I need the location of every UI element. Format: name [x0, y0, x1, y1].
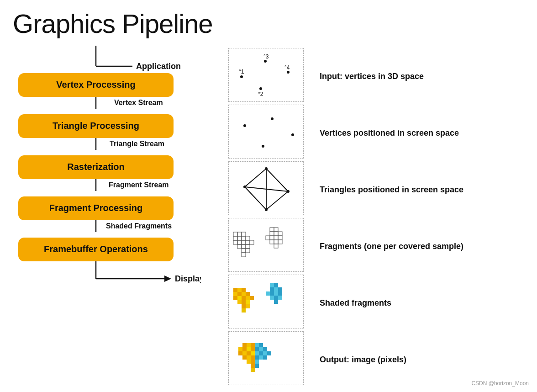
- svg-rect-79: [237, 292, 242, 296]
- svg-rect-102: [270, 296, 274, 300]
- svg-point-36: [262, 145, 264, 148]
- svg-point-41: [287, 190, 290, 193]
- svg-rect-137: [251, 368, 255, 372]
- diagram-box-1: °1 °3 °2 °4: [228, 48, 304, 102]
- svg-rect-92: [242, 308, 246, 313]
- svg-text:Triangle Processing: Triangle Processing: [53, 121, 139, 131]
- svg-rect-49: [242, 236, 246, 240]
- svg-text:°3: °3: [263, 53, 269, 60]
- svg-point-43: [243, 185, 246, 188]
- desc-2: Vertices positioned in screen space: [320, 105, 525, 161]
- svg-rect-122: [255, 351, 259, 355]
- svg-rect-83: [237, 296, 242, 300]
- svg-rect-118: [238, 351, 242, 355]
- svg-rect-93: [270, 283, 274, 287]
- svg-rect-108: [251, 343, 255, 347]
- svg-rect-107: [247, 343, 251, 347]
- desc-3: Triangles positioned in screen space: [320, 161, 525, 218]
- svg-rect-62: [270, 228, 274, 232]
- svg-point-42: [265, 208, 268, 211]
- svg-point-31: [287, 71, 290, 74]
- svg-rect-53: [242, 240, 246, 244]
- diagram-box-6: [228, 331, 304, 385]
- svg-rect-136: [255, 364, 259, 368]
- svg-rect-98: [266, 291, 270, 296]
- desc-1: Input: vertices in 3D space: [320, 48, 525, 105]
- svg-rect-115: [255, 347, 259, 351]
- svg-rect-50: [246, 236, 250, 240]
- svg-rect-47: [233, 236, 237, 240]
- svg-rect-123: [259, 351, 263, 355]
- svg-rect-76: [237, 288, 242, 292]
- svg-rect-68: [270, 236, 274, 240]
- svg-text:Shaded Fragments: Shaded Fragments: [106, 222, 172, 230]
- svg-rect-64: [270, 232, 274, 236]
- svg-rect-77: [242, 288, 246, 292]
- svg-text:°4: °4: [284, 64, 290, 71]
- svg-rect-104: [278, 296, 282, 300]
- svg-rect-52: [237, 240, 242, 244]
- svg-rect-74: [274, 244, 278, 248]
- svg-rect-67: [266, 236, 270, 240]
- descriptions-column: Input: vertices in 3D space Vertices pos…: [320, 48, 525, 388]
- svg-rect-63: [274, 228, 278, 232]
- desc-5: Shaded fragments: [320, 275, 525, 331]
- svg-rect-97: [278, 287, 282, 291]
- svg-rect-59: [242, 249, 246, 253]
- desc-6: Output: image (pixels): [320, 331, 525, 388]
- svg-rect-80: [242, 292, 246, 296]
- svg-rect-117: [263, 347, 267, 351]
- svg-rect-54: [246, 240, 250, 244]
- svg-rect-81: [246, 292, 250, 296]
- svg-point-35: [291, 133, 294, 136]
- svg-rect-105: [274, 300, 278, 304]
- page-title: Graphics Pipeline: [13, 8, 213, 39]
- svg-rect-125: [267, 351, 271, 355]
- svg-rect-71: [270, 240, 274, 244]
- svg-rect-126: [242, 355, 247, 360]
- svg-rect-121: [251, 351, 255, 355]
- svg-rect-114: [251, 347, 255, 351]
- svg-rect-100: [274, 291, 278, 296]
- svg-text:°2: °2: [258, 91, 263, 97]
- svg-rect-57: [242, 244, 246, 249]
- svg-rect-132: [247, 360, 251, 364]
- svg-text:Fragment Processing: Fragment Processing: [49, 203, 143, 213]
- svg-rect-44: [233, 232, 237, 236]
- svg-rect-46: [242, 232, 246, 236]
- diagram-box-3: [228, 161, 304, 215]
- diagrams-column: °1 °3 °2 °4: [228, 48, 311, 388]
- svg-text:Triangle Stream: Triangle Stream: [110, 140, 164, 148]
- svg-point-33: [243, 124, 246, 127]
- diagram-box-4: [228, 218, 304, 272]
- svg-rect-131: [263, 355, 267, 360]
- svg-rect-112: [242, 347, 247, 351]
- svg-rect-109: [255, 343, 259, 347]
- svg-rect-101: [278, 291, 282, 296]
- svg-text:Display: Display: [175, 274, 201, 283]
- svg-rect-106: [242, 343, 247, 347]
- svg-rect-60: [246, 249, 250, 253]
- svg-rect-69: [274, 236, 278, 240]
- svg-rect-134: [255, 360, 259, 364]
- svg-rect-56: [237, 244, 242, 249]
- svg-rect-124: [263, 351, 267, 355]
- pipeline-diagram: Application Vertex Processing Vertex Str…: [9, 46, 201, 375]
- svg-rect-111: [238, 347, 242, 351]
- desc-4: Fragments (one per covered sample): [320, 218, 525, 275]
- svg-rect-72: [274, 240, 278, 244]
- svg-rect-89: [246, 300, 250, 304]
- svg-rect-82: [233, 296, 237, 300]
- svg-rect-73: [278, 240, 282, 244]
- svg-rect-113: [247, 347, 251, 351]
- svg-rect-96: [274, 287, 278, 291]
- svg-text:Vertex Stream: Vertex Stream: [114, 99, 163, 106]
- svg-rect-110: [259, 343, 263, 347]
- svg-rect-99: [270, 291, 274, 296]
- svg-rect-66: [278, 232, 282, 236]
- svg-text:Framebuffer Operations: Framebuffer Operations: [44, 244, 148, 254]
- svg-rect-135: [251, 364, 255, 368]
- svg-rect-95: [270, 287, 274, 291]
- svg-rect-86: [250, 296, 254, 300]
- svg-rect-127: [247, 355, 251, 360]
